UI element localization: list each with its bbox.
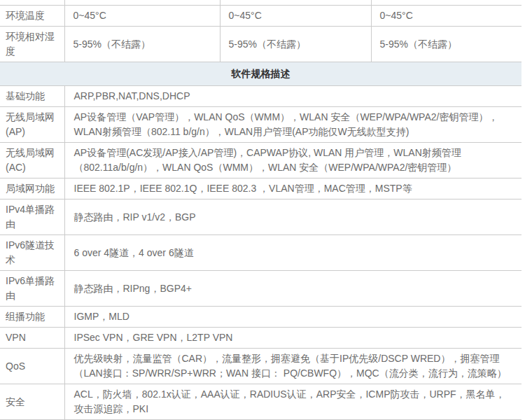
spec-row-value: ACL，防火墙，802.1x认证，AAA认证，RADIUS认证，ARP安全，IC… bbox=[64, 384, 522, 420]
spec-row-label: 基础功能 bbox=[0, 86, 64, 107]
spec-row: 无线局域网(AC)AP设备管理(AC发现/AP接入/AP管理)，CAPWAP协议… bbox=[0, 143, 522, 178]
section-header-body: 软件规格描述 bbox=[0, 62, 522, 86]
env-value-cell: 5-95%（不结露） bbox=[371, 27, 522, 62]
env-value-cell: 0~45°C bbox=[371, 6, 522, 27]
spec-row-label: 组播功能 bbox=[0, 307, 64, 328]
spec-row-label: 安全 bbox=[0, 384, 64, 420]
spec-row: VPNIPSec VPN，GRE VPN，L2TP VPN bbox=[0, 328, 522, 349]
spec-row: IPv6单播路由静态路由，RIPng，BGP4+ bbox=[0, 271, 522, 307]
env-value-cell bbox=[371, 0, 522, 6]
env-value-cell: 5-95%（不结露） bbox=[220, 27, 371, 62]
spec-row-value: 静态路由，RIPng，BGP4+ bbox=[64, 271, 522, 307]
spec-row: IPv4单播路由静态路由，RIP v1/v2，BGP bbox=[0, 200, 522, 235]
spec-row-label: IPv6单播路由 bbox=[0, 271, 64, 307]
spec-row: QoS优先级映射，流量监管（CAR），流量整形，拥塞避免（基于IP优先级/DSC… bbox=[0, 349, 522, 384]
hardware-env-section: 环境温度0~45°C0~45°C0~45°C环境相对湿度5-95%（不结露）5-… bbox=[0, 0, 522, 62]
product-spec-page: 环境温度0~45°C0~45°C0~45°C环境相对湿度5-95%（不结露）5-… bbox=[0, 0, 525, 420]
spec-row-value: 静态路由，RIP v1/v2，BGP bbox=[64, 200, 522, 235]
env-value-cell: 5-95%（不结露） bbox=[64, 27, 220, 62]
spec-row-value: IEEE 802.1P，IEEE 802.1Q，IEEE 802.3 ，VLAN… bbox=[64, 178, 522, 200]
env-value-cell: 0~45°C bbox=[220, 6, 371, 27]
row-label: 环境温度 bbox=[0, 6, 64, 27]
env-value-cell bbox=[64, 0, 220, 6]
spec-row-value: ARP,PBR,NAT,DNS,DHCP bbox=[64, 86, 522, 107]
section-header-title: 软件规格描述 bbox=[0, 62, 522, 86]
software-spec-section: 基础功能ARP,PBR,NAT,DNS,DHCP无线局域网(AP)AP设备管理（… bbox=[0, 86, 522, 420]
section-header-row: 软件规格描述 bbox=[0, 62, 522, 86]
spec-row-label: IPv6隧道技术 bbox=[0, 235, 64, 271]
spec-row: 基础功能ARP,PBR,NAT,DNS,DHCP bbox=[0, 86, 522, 107]
spec-row-value: AP设备管理（VAP管理），WLAN QoS（WMM），WLAN 安全（WEP/… bbox=[64, 107, 522, 143]
spec-row-value: 优先级映射，流量监管（CAR），流量整形，拥塞避免（基于IP优先级/DSCP W… bbox=[64, 349, 522, 384]
spec-row: 安全ACL，防火墙，802.1x认证，AAA认证，RADIUS认证，ARP安全，… bbox=[0, 384, 522, 420]
row-label bbox=[0, 0, 64, 6]
spec-row-label: VPN bbox=[0, 328, 64, 349]
spec-row-label: 局域网功能 bbox=[0, 178, 64, 200]
spec-row-value: AP设备管理(AC发现/AP接入/AP管理)，CAPWAP协议, WLAN 用户… bbox=[64, 143, 522, 178]
row-label: 环境相对湿度 bbox=[0, 27, 64, 62]
env-spec-row: 环境温度0~45°C0~45°C0~45°C bbox=[0, 6, 522, 27]
partial-row bbox=[0, 0, 522, 6]
spec-row-label: IPv4单播路由 bbox=[0, 200, 64, 235]
spec-row-value: IGMP，MLD bbox=[64, 307, 522, 328]
spec-row: IPv6隧道技术6 over 4隧道，4 over 6隧道 bbox=[0, 235, 522, 271]
spec-row-label: 无线局域网(AC) bbox=[0, 143, 64, 178]
spec-table: 环境温度0~45°C0~45°C0~45°C环境相对湿度5-95%（不结露）5-… bbox=[0, 0, 522, 420]
env-value-cell: 0~45°C bbox=[64, 6, 220, 27]
spec-row-value: 6 over 4隧道，4 over 6隧道 bbox=[64, 235, 522, 271]
env-spec-row: 环境相对湿度5-95%（不结露）5-95%（不结露）5-95%（不结露） bbox=[0, 27, 522, 62]
spec-row-label: QoS bbox=[0, 349, 64, 384]
env-value-cell bbox=[220, 0, 371, 6]
spec-row: 组播功能IGMP，MLD bbox=[0, 307, 522, 328]
spec-row-label: 无线局域网(AP) bbox=[0, 107, 64, 143]
spec-row: 局域网功能IEEE 802.1P，IEEE 802.1Q，IEEE 802.3 … bbox=[0, 178, 522, 200]
spec-row: 无线局域网(AP)AP设备管理（VAP管理），WLAN QoS（WMM），WLA… bbox=[0, 107, 522, 143]
spec-row-value: IPSec VPN，GRE VPN，L2TP VPN bbox=[64, 328, 522, 349]
